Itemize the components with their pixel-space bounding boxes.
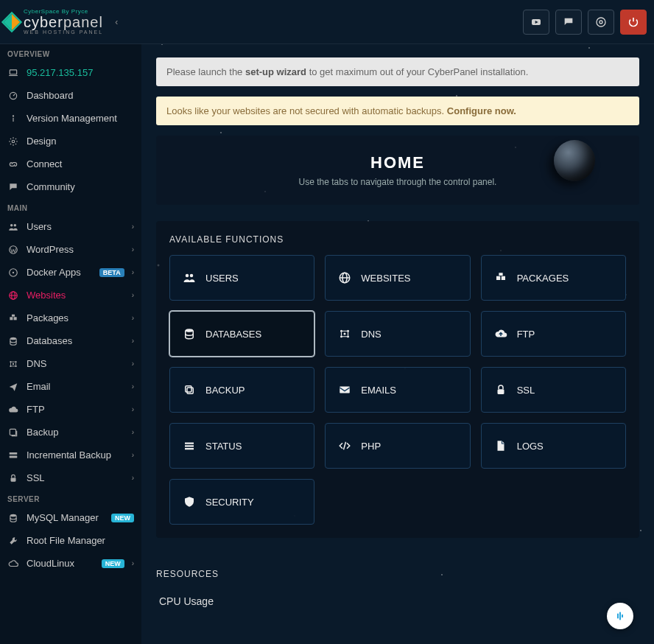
chevron-right-icon: › (132, 268, 134, 276)
sidebar-item-incremental-backup[interactable]: Incremental Backup› (0, 444, 141, 466)
chevron-right-icon: › (132, 245, 134, 253)
sidebar-item-dns[interactable]: DNS› (0, 352, 141, 375)
sidebar-item-version-management[interactable]: Version Management (0, 107, 141, 130)
badge-beta: BETA (99, 268, 124, 277)
sidebar-item-mysql-manager[interactable]: MySQL ManagerNEW (0, 506, 141, 529)
docker-icon (7, 267, 19, 278)
functions-title: AVAILABLE FUNCTIONS (169, 234, 626, 245)
function-card-php[interactable]: PHP (325, 423, 470, 469)
sidebar-item-label: Community (27, 181, 134, 192)
sidebar-item-label: 95.217.135.157 (27, 67, 134, 78)
function-card-status[interactable]: STATUS (169, 423, 314, 469)
home-subtitle: Use the tabs to navigate through the con… (171, 177, 625, 187)
sidebar-item-label: Root File Manager (27, 535, 134, 546)
chevron-right-icon: › (132, 382, 134, 391)
sidebar-section-title: SERVER (0, 489, 141, 506)
available-functions-panel: AVAILABLE FUNCTIONS USERSWEBSITESPACKAGE… (156, 221, 639, 538)
packages-icon (7, 313, 19, 323)
function-card-label: FTP (517, 329, 535, 340)
chat-button[interactable] (555, 10, 582, 35)
logo-icon (1, 11, 22, 32)
chevron-right-icon: › (132, 314, 134, 322)
send-icon (7, 382, 19, 392)
sidebar-item-websites[interactable]: Websites› (0, 284, 141, 307)
svg-rect-6 (622, 615, 623, 617)
function-card-security[interactable]: SECURITY (169, 479, 314, 525)
sidebar-item-ssl[interactable]: SSL› (0, 466, 141, 489)
sidebar-item-label: Design (27, 136, 134, 147)
sidebar-item-backup[interactable]: Backup› (0, 421, 141, 444)
sidebar-item-label: Incremental Backup (27, 449, 124, 461)
chevron-right-icon: › (132, 559, 134, 567)
sidebar-item-packages[interactable]: Packages› (0, 307, 141, 329)
help-button[interactable] (588, 10, 614, 35)
sidebar-item-email[interactable]: Email› (0, 375, 141, 398)
sidebar-item-root-file-manager[interactable]: Root File Manager (0, 529, 141, 552)
mail-icon (337, 383, 352, 396)
brand-logo[interactable]: CyberSpace By Pryce cyberpanel WEB HOSTI… (4, 9, 103, 35)
svg-point-2 (597, 18, 605, 27)
function-card-users[interactable]: USERS (169, 255, 314, 301)
brand-name: cyberpanel (24, 15, 103, 29)
sidebar-item-users[interactable]: Users› (0, 215, 141, 238)
sidebar-collapse-toggle[interactable]: ‹ (115, 17, 118, 27)
backup-alert[interactable]: Looks like your websites are not secured… (156, 97, 639, 125)
sidebar-item-design[interactable]: Design (0, 130, 141, 153)
sidebar-item-dashboard[interactable]: Dashboard (0, 84, 141, 107)
link-icon (7, 159, 19, 169)
function-card-ftp[interactable]: FTP (481, 311, 626, 357)
brand-sub: WEB HOSTING PANEL (24, 29, 103, 35)
sidebar-section-title: MAIN (0, 198, 141, 215)
sidebar-item-cloudlinux[interactable]: CloudLinuxNEW› (0, 552, 141, 575)
function-card-label: SECURITY (205, 497, 254, 508)
setup-wizard-alert[interactable]: Please launch the set-up wizard to get m… (156, 57, 639, 86)
dns-icon (7, 359, 19, 369)
function-card-dns[interactable]: DNS (325, 311, 470, 357)
function-card-databases[interactable]: DATABASES (169, 311, 314, 357)
svg-rect-4 (617, 614, 619, 619)
function-card-emails[interactable]: EMAILS (325, 367, 470, 413)
sidebar-item-label: FTP (27, 404, 124, 415)
sidebar-section-title: OVERVIEW (0, 44, 141, 61)
sidebar-item-95-217-135-157[interactable]: 95.217.135.157 (0, 61, 141, 84)
chat-widget-button[interactable] (607, 603, 633, 629)
wordpress-icon (7, 245, 19, 255)
badge-new: NEW (102, 559, 124, 568)
dns-icon (337, 327, 352, 340)
topbar: CyberSpace By Pryce cyberpanel WEB HOSTI… (0, 0, 654, 44)
database-icon (7, 513, 19, 523)
function-card-packages[interactable]: PACKAGES (481, 255, 626, 301)
power-button[interactable] (620, 10, 647, 35)
sidebar-item-wordpress[interactable]: WordPress› (0, 238, 141, 261)
sidebar-item-label: Websites (27, 290, 124, 301)
youtube-button[interactable] (523, 10, 549, 35)
function-card-label: EMAILS (361, 385, 396, 396)
database-icon (7, 336, 19, 346)
function-card-websites[interactable]: WEBSITES (325, 255, 470, 301)
function-card-backup[interactable]: BACKUP (169, 367, 314, 413)
cloud-icon (7, 405, 19, 415)
users-icon (182, 271, 197, 284)
sidebar-item-connect[interactable]: Connect (0, 153, 141, 175)
lock-icon (493, 383, 508, 396)
backup-icon (7, 427, 19, 438)
sidebar: OVERVIEW95.217.135.157DashboardVersion M… (0, 44, 141, 644)
sidebar-item-label: Packages (27, 312, 124, 323)
wrench-icon (7, 536, 19, 546)
sidebar-item-ftp[interactable]: FTP› (0, 398, 141, 421)
chevron-right-icon: › (132, 337, 134, 345)
packages-icon (493, 271, 508, 284)
sidebar-item-label: Docker Apps (27, 267, 92, 278)
function-card-label: LOGS (517, 441, 544, 452)
cloud2-icon (7, 559, 19, 569)
gear-icon (7, 136, 19, 147)
sidebar-item-databases[interactable]: Databases› (0, 329, 141, 352)
sidebar-item-community[interactable]: Community (0, 175, 141, 198)
info-icon (7, 113, 19, 124)
sidebar-item-docker-apps[interactable]: Docker AppsBETA› (0, 261, 141, 284)
function-card-ssl[interactable]: SSL (481, 367, 626, 413)
sidebar-item-label: Databases (27, 335, 124, 346)
chevron-right-icon: › (132, 451, 134, 459)
function-card-logs[interactable]: LOGS (481, 423, 626, 469)
shield-icon (182, 495, 197, 508)
